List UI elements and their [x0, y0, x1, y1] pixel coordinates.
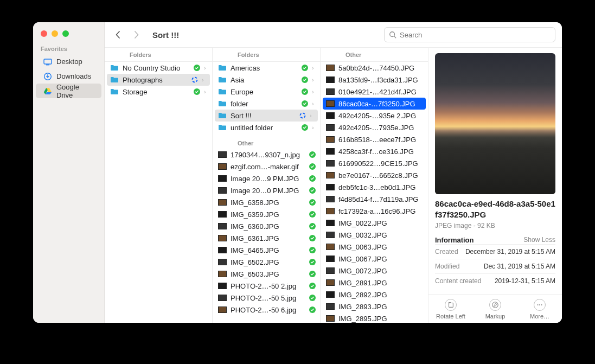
file-row[interactable]: 1790344…9307_n.jpg	[213, 149, 320, 161]
item-name: untitled folder	[231, 124, 298, 132]
file-row[interactable]: Image 20…0 PM.JPG	[213, 184, 320, 196]
file-row[interactable]: PHOTO-2…-50 5.jpg	[213, 292, 320, 304]
action-markup[interactable]: Markup	[476, 299, 515, 320]
search-input[interactable]	[400, 31, 551, 39]
item-name: fc17392a-a…16c96.JPG	[338, 207, 424, 215]
image-thumbnail-icon	[218, 210, 227, 219]
item-name: IMG_0063.JPG	[338, 243, 424, 251]
action-rotate-left[interactable]: Rotate Left	[431, 299, 470, 320]
file-row[interactable]: IMG_0067.JPG	[321, 253, 428, 265]
image-thumbnail-icon	[326, 75, 335, 84]
file-row[interactable]: f4d85d14-f…7d119a.JPG	[321, 193, 428, 205]
item-name: ezgif.com…-maker.gif	[231, 163, 305, 171]
file-row[interactable]: 616990522…9CE15.JPG	[321, 157, 428, 169]
file-row[interactable]: IMG_0063.JPG	[321, 241, 428, 253]
fullscreen-window-button[interactable]	[62, 30, 69, 37]
file-row[interactable]: IMG_6503.JPG	[213, 268, 320, 280]
sidebar-item-desktop[interactable]: Desktop	[36, 54, 101, 69]
sync-done-icon	[309, 175, 316, 182]
forward-button[interactable]	[130, 28, 143, 41]
file-row[interactable]: 8a135fd9-…f3cda31.JPG	[321, 74, 428, 86]
file-row[interactable]: IMG_6358.JPG	[213, 196, 320, 208]
file-row[interactable]: IMG_2891.JPG	[321, 277, 428, 289]
image-thumbnail-icon	[326, 290, 335, 299]
svg-line-7	[394, 36, 396, 38]
file-row[interactable]: deb5fc1c-3…eb0d1.JPG	[321, 181, 428, 193]
action-more[interactable]: More…	[520, 299, 559, 320]
folder-icon	[218, 99, 227, 108]
image-thumbnail-icon	[326, 302, 335, 311]
item-name: 4258ca3f-f…ce316.JPG	[338, 148, 424, 156]
file-row[interactable]: 010e4921-…421d4f.JPG	[321, 86, 428, 98]
image-thumbnail-icon	[218, 222, 227, 231]
folder-icon	[110, 75, 119, 84]
file-row[interactable]: IMG_0032.JPG	[321, 229, 428, 241]
sync-done-icon	[194, 65, 200, 71]
file-row[interactable]: IMG_6502.JPG	[213, 256, 320, 268]
file-row[interactable]: ezgif.com…-maker.gif	[213, 161, 320, 173]
info-row: Content created2019-12-31, 5:15 AM	[435, 273, 555, 288]
folder-row[interactable]: Storage›	[105, 86, 212, 98]
file-row[interactable]: IMG_0072.JPG	[321, 265, 428, 277]
file-row[interactable]: 616b8518-…eece7f.JPG	[321, 133, 428, 145]
item-name: IMG_2891.JPG	[338, 279, 424, 287]
search-field[interactable]	[384, 27, 555, 42]
folder-row[interactable]: Sort !!!›	[215, 110, 318, 122]
file-row[interactable]: 4258ca3f-f…ce316.JPG	[321, 145, 428, 157]
file-row[interactable]: IMG_0022.JPG	[321, 217, 428, 229]
file-row[interactable]: PHOTO-2…-50 2.jpg	[213, 280, 320, 292]
preview-kind-size: JPEG image - 92 KB	[435, 222, 555, 229]
preview-image	[435, 53, 555, 194]
folder-row[interactable]: Americas›	[213, 62, 320, 74]
file-row[interactable]: 86cac0ca-…7f3250.JPG	[323, 98, 426, 110]
close-window-button[interactable]	[41, 30, 47, 37]
sidebar-item-downloads[interactable]: Downloads	[36, 69, 101, 84]
preview-show-less-toggle[interactable]: Show Less	[523, 236, 555, 244]
syncing-icon	[191, 76, 198, 83]
svg-point-9	[193, 78, 197, 82]
chevron-right-icon: ›	[312, 76, 316, 83]
markup-icon	[489, 299, 501, 311]
group-header-folders: Folders	[213, 48, 320, 62]
image-thumbnail-icon	[218, 150, 227, 159]
folder-row[interactable]: untitled folder›	[213, 122, 320, 133]
more-icon	[534, 299, 546, 311]
svg-point-33	[537, 304, 538, 305]
file-row[interactable]: IMG_6359.JPG	[213, 208, 320, 220]
minimize-window-button[interactable]	[52, 30, 58, 37]
file-row[interactable]: IMG_6361.JPG	[213, 232, 320, 244]
image-thumbnail-icon	[218, 162, 227, 171]
back-button[interactable]	[111, 28, 124, 41]
preview-filename: 86cac0ca-e9ed-46d8-a3a5-50e1f37f3250.JPG	[435, 199, 555, 221]
file-row[interactable]: 492c4205-…7935e.JPG	[321, 122, 428, 133]
file-row[interactable]: IMG_2892.JPG	[321, 289, 428, 301]
item-name: Image 20…9 PM.JPG	[231, 175, 305, 183]
file-row[interactable]: IMG_2893.JPG	[321, 301, 428, 312]
folder-row[interactable]: No Country Studio›	[105, 62, 212, 74]
item-name: IMG_6502.JPG	[231, 258, 305, 266]
file-row[interactable]: IMG_2895.JPG	[321, 312, 428, 323]
action-label: Rotate Left	[436, 313, 465, 320]
file-row[interactable]: Image 20…9 PM.JPG	[213, 173, 320, 184]
info-key: Modified	[435, 263, 459, 270]
file-row[interactable]: IMG_6465.JPG	[213, 244, 320, 256]
file-row[interactable]: fc17392a-a…16c96.JPG	[321, 205, 428, 217]
folder-row[interactable]: Europe›	[213, 86, 320, 98]
chevron-right-icon: ›	[312, 88, 316, 95]
syncing-icon	[299, 112, 306, 119]
sidebar-item-label: Desktop	[56, 58, 82, 66]
item-name: 616990522…9CE15.JPG	[338, 159, 424, 168]
file-row[interactable]: 5a0bb24d-…74450.JPG	[321, 62, 428, 74]
file-row[interactable]: 492c4205-…935e 2.JPG	[321, 110, 428, 122]
file-row[interactable]: IMG_6360.JPG	[213, 220, 320, 232]
column-1: Folders No Country Studio›Photographs›St…	[105, 48, 213, 323]
folder-row[interactable]: folder›	[213, 98, 320, 110]
folder-icon	[218, 111, 227, 120]
item-name: IMG_0067.JPG	[338, 255, 424, 263]
google-drive-icon	[43, 87, 52, 95]
file-row[interactable]: PHOTO-2…-50 6.jpg	[213, 304, 320, 316]
folder-row[interactable]: Photographs›	[107, 74, 210, 86]
folder-row[interactable]: Asia›	[213, 74, 320, 86]
file-row[interactable]: be7e0167-…6652c8.JPG	[321, 169, 428, 181]
sidebar-item-google-drive[interactable]: Google Drive	[36, 84, 101, 98]
